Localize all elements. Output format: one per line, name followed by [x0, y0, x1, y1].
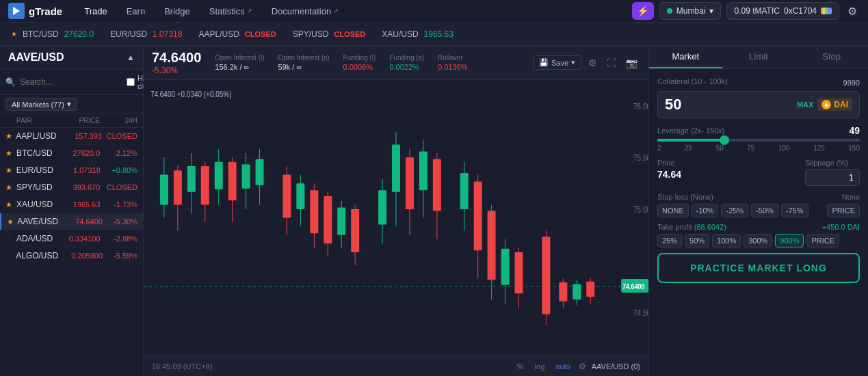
nav-earn[interactable]: Earn	[117, 0, 155, 23]
chart-stat-funding-long: Funding (l) 0.0008%	[343, 54, 376, 71]
tp-50-btn[interactable]: 50%	[685, 234, 709, 247]
stat-value: 156.2k / ∞	[215, 63, 264, 71]
ticker-aaplusd[interactable]: AAPL/USD CLOSED	[198, 29, 276, 39]
fullscreen-button[interactable]: ⛶	[604, 56, 619, 70]
ticker-pair-label: AAPL/USD	[198, 29, 239, 39]
leverage-label: Leverage (2x- 150x)	[657, 126, 724, 135]
svg-rect-57	[488, 211, 496, 280]
chart-stat-rollover: Rollover 0.0136%	[438, 54, 467, 71]
slider-label: 75	[747, 144, 754, 152]
nav-statistics[interactable]: Statistics ↗	[200, 0, 262, 23]
tp-300-btn[interactable]: 300%	[744, 234, 772, 247]
chart-main-price: 74.6400	[152, 50, 201, 66]
price-col: Price 74.64	[657, 159, 797, 186]
leverage-row: Leverage (2x- 150x) 49	[657, 125, 860, 136]
star-icon: ★	[7, 217, 14, 226]
network-button[interactable]: Mumbai ▾	[659, 2, 722, 20]
search-input[interactable]	[20, 77, 122, 87]
ticker-pair-label: BTC/USD	[23, 29, 59, 39]
save-label: Save	[551, 59, 568, 67]
table-row[interactable]: ★ BTC/USD 27620.0 -2.12%	[0, 145, 143, 162]
slider-labels: 2 25 50 75 100 125 150	[657, 144, 860, 152]
star-icon: ☆	[5, 252, 13, 260]
ticker-eurusd[interactable]: EUR/USD 1.07318	[110, 29, 182, 39]
wallet-button[interactable]: 0.09 tMATIC 0xC1704	[726, 2, 839, 20]
tab-limit[interactable]: Limit	[722, 46, 795, 68]
nav-documentation[interactable]: Documentation ↗	[262, 0, 348, 23]
logo-icon	[8, 3, 25, 19]
settings-chart-button[interactable]: ⚙	[586, 56, 600, 70]
sl-10-btn[interactable]: -10%	[692, 204, 719, 217]
slippage-input[interactable]	[805, 169, 860, 186]
sl-none-value: None	[842, 193, 860, 201]
svg-rect-31	[282, 175, 291, 218]
sl-buttons-row: NONE -10% -25% -50% -75% PRICE	[657, 204, 860, 217]
dai-badge: ◈ DAI	[817, 98, 852, 111]
tp-25-btn[interactable]: 25%	[657, 234, 682, 247]
table-row[interactable]: ★ XAU/USD 1965.63 -1.73%	[0, 196, 143, 213]
table-row[interactable]: ★ AAPL/USD 157.393 CLOSED	[0, 128, 143, 145]
pair-name-label: BTC/USD	[16, 148, 53, 158]
ticker-xauusd[interactable]: XAU/USD 1965.63	[382, 29, 453, 39]
nav-trade[interactable]: Trade	[75, 0, 116, 23]
collapse-icon[interactable]: ▲	[127, 53, 135, 62]
tp-900-btn[interactable]: 900%	[775, 234, 804, 247]
camera-button[interactable]: 📷	[623, 56, 640, 70]
logo[interactable]: gTrade	[8, 3, 62, 19]
practice-long-button[interactable]: PRACTICE MARKET LONG	[657, 253, 860, 283]
chart-bottom: 16:45:09 (UTC+8) % log auto ⚙ AAVE/USD (…	[144, 355, 648, 376]
tab-stop[interactable]: Stop	[795, 46, 868, 68]
slider-thumb[interactable]	[720, 135, 729, 145]
filter-chevron-icon: ▾	[67, 100, 71, 109]
sl-50-btn[interactable]: -50%	[751, 204, 778, 217]
table-row[interactable]: ★ SPY/USD 393.670 CLOSED	[0, 179, 143, 196]
ticker-btcusd[interactable]: ★ BTC/USD 27620.0	[11, 29, 94, 39]
sl-price-btn[interactable]: PRICE	[827, 204, 860, 217]
collateral-section: Collateral (10 - 100k) 9990 50 MAX ◈ DAI	[657, 77, 860, 118]
settings-button[interactable]: ⚙	[845, 5, 860, 18]
order-panel: Market Limit Stop Collateral (10 - 100k)…	[649, 46, 868, 376]
table-row[interactable]: ★ AAVE/USD 74.6400 -5.30%	[0, 213, 143, 230]
collateral-label: Collateral (10 - 100k)	[657, 77, 728, 85]
svg-rect-43	[378, 190, 386, 224]
collateral-input-box[interactable]: 50 MAX ◈ DAI	[657, 91, 860, 118]
star-icon: ☆	[5, 234, 14, 243]
chart-settings-icon[interactable]: ⚙	[579, 362, 586, 371]
pair-list-panel: AAVE/USD ▲ 🔍 Hide closed All Markets (77…	[0, 46, 144, 376]
tp-price-btn[interactable]: PRICE	[806, 234, 839, 247]
table-row[interactable]: ★ EUR/USD 1.07318 +0.80%	[0, 162, 143, 179]
tp-highlight: (88.6042)	[694, 223, 726, 231]
slider-label: 125	[813, 144, 825, 152]
slider-track	[657, 139, 860, 142]
pair-change: +0.80%	[101, 166, 137, 174]
sl-25-btn[interactable]: -25%	[721, 204, 748, 217]
percent-mode-btn[interactable]: %	[514, 362, 527, 371]
sl-none-btn[interactable]: NONE	[657, 204, 689, 217]
leverage-slider[interactable]: 2 25 50 75 100 125 150	[657, 139, 860, 152]
sl-75-btn[interactable]: -75%	[781, 204, 808, 217]
svg-text:75.5000: 75.5000	[633, 153, 648, 162]
nav-bridge[interactable]: Bridge	[155, 0, 200, 23]
auto-mode-btn[interactable]: auto	[553, 362, 573, 371]
svg-text:74.6400 +0.0340 (+0.05%): 74.6400 +0.0340 (+0.05%)	[150, 90, 232, 98]
tab-market[interactable]: Market	[649, 46, 722, 68]
hide-closed-checkbox[interactable]	[127, 78, 135, 86]
thunder-button[interactable]: ⚡	[632, 2, 654, 20]
tp-100-btn[interactable]: 100%	[712, 234, 741, 247]
svg-rect-17	[174, 170, 182, 204]
market-filter-button[interactable]: All Markets (77) ▾	[5, 98, 77, 111]
log-mode-btn[interactable]: log	[532, 362, 548, 371]
save-button[interactable]: 💾 Save ▾	[533, 55, 581, 70]
max-button[interactable]: MAX	[797, 100, 813, 109]
ticker-spyusd[interactable]: SPY/USD CLOSED	[293, 29, 366, 39]
table-row[interactable]: ☆ ALGO/USD 0.205900 -5.59%	[0, 247, 143, 265]
leverage-value: 49	[849, 125, 860, 136]
svg-rect-39	[337, 207, 345, 234]
svg-rect-69	[586, 282, 594, 297]
wallet-amount: 0.09 tMATIC	[734, 6, 779, 16]
logo-text: gTrade	[29, 5, 62, 17]
pair-name-label: ADA/USD	[16, 234, 53, 243]
slider-label: 2	[657, 144, 661, 152]
table-row[interactable]: ☆ ADA/USD 0.334100 -2.88%	[0, 230, 143, 247]
stat-label: Rollover	[438, 54, 467, 62]
